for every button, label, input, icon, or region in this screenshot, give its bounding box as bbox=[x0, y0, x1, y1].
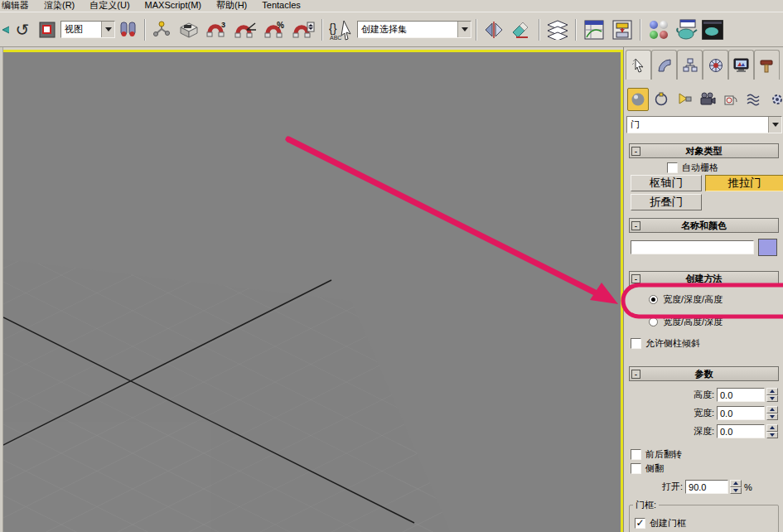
menu-help[interactable]: 帮助(H) bbox=[209, 0, 254, 12]
height-spinner[interactable] bbox=[766, 388, 778, 402]
undo-icon[interactable]: ↺ bbox=[11, 17, 34, 42]
select-manipulate-icon[interactable] bbox=[150, 17, 173, 42]
allow-tilt-row: 允许侧柱倾斜 bbox=[631, 337, 700, 350]
toolbar-clipped-icon[interactable] bbox=[1, 17, 9, 42]
radio-width-height-depth[interactable] bbox=[649, 317, 658, 326]
flip-front-back-label: 前后翻转 bbox=[645, 448, 682, 461]
schematic-view-icon[interactable] bbox=[609, 17, 636, 42]
category-spacewarps[interactable] bbox=[743, 88, 765, 111]
tab-modify[interactable] bbox=[651, 50, 677, 80]
open-field[interactable]: 90.0 bbox=[685, 480, 728, 494]
menu-maxscript[interactable]: MAXScript(M) bbox=[138, 0, 209, 12]
rollout-creation-method[interactable]: - 创建方法 bbox=[629, 271, 779, 286]
tab-create[interactable] bbox=[626, 50, 651, 80]
autogrid-label: 自动栅格 bbox=[682, 162, 718, 174]
collapse-icon[interactable]: - bbox=[631, 147, 640, 156]
create-door-frame-checkbox[interactable] bbox=[635, 518, 645, 529]
depth-spinner[interactable] bbox=[766, 424, 778, 438]
combo-dropdown-button[interactable] bbox=[768, 117, 781, 133]
main-toolbar: ↺ 视图 bbox=[0, 12, 783, 47]
autogrid-checkbox[interactable] bbox=[667, 162, 678, 173]
mirror-icon[interactable] bbox=[481, 17, 506, 42]
flip-front-back-row: 前后翻转 bbox=[631, 448, 682, 461]
sliding-door-button[interactable]: 推拉门 bbox=[705, 175, 783, 191]
collapse-icon[interactable]: - bbox=[631, 274, 640, 283]
region-select-icon[interactable] bbox=[36, 17, 59, 42]
category-cameras[interactable] bbox=[697, 88, 718, 111]
depth-field[interactable]: 0.0 bbox=[717, 424, 765, 438]
radio-width-depth-height[interactable] bbox=[649, 295, 658, 304]
rollout-title: 参数 bbox=[640, 368, 767, 380]
percent-snap-icon[interactable]: % bbox=[261, 17, 288, 42]
toolbar-separator bbox=[539, 19, 540, 41]
rollout-object-type[interactable]: - 对象类型 bbox=[629, 143, 779, 158]
keyboard-override-icon[interactable] bbox=[175, 17, 201, 42]
menu-customize[interactable]: 自定义(U) bbox=[82, 0, 137, 12]
width-spinner[interactable] bbox=[766, 406, 778, 420]
category-helpers[interactable] bbox=[720, 88, 742, 111]
tab-display[interactable] bbox=[728, 50, 754, 80]
category-systems[interactable] bbox=[766, 88, 783, 111]
named-selection-combo[interactable]: 创建选择集 bbox=[357, 21, 471, 38]
height-field[interactable]: 0.0 bbox=[717, 388, 765, 402]
flip-front-back-checkbox[interactable] bbox=[631, 449, 641, 460]
chevron-down-icon bbox=[105, 27, 112, 31]
reference-coordinate-combo[interactable]: 视图 bbox=[60, 21, 115, 38]
category-shapes[interactable] bbox=[650, 88, 672, 111]
toolbar-separator bbox=[321, 19, 323, 41]
door-frame-group-label: 门框: bbox=[633, 499, 659, 511]
flip-side-row: 侧翻 bbox=[631, 462, 664, 475]
allow-tilt-label: 允许侧柱倾斜 bbox=[645, 337, 700, 350]
tab-hierarchy[interactable] bbox=[677, 50, 703, 80]
category-geometry[interactable] bbox=[627, 88, 649, 111]
creation-method-option-2[interactable]: 宽度/高度/深度 bbox=[649, 316, 723, 328]
systems-gear-icon bbox=[770, 92, 783, 107]
align-icon[interactable] bbox=[508, 17, 534, 42]
creation-method-option-1[interactable]: 宽度/深度/高度 bbox=[649, 293, 723, 306]
object-category-dropdown[interactable]: 门 bbox=[626, 116, 782, 133]
layers-icon[interactable] bbox=[544, 17, 571, 42]
combo-dropdown-button[interactable] bbox=[457, 22, 471, 37]
angle-snap-icon[interactable] bbox=[231, 17, 259, 42]
cameras-icon bbox=[699, 92, 716, 107]
modify-icon bbox=[657, 58, 672, 73]
chevron-down-icon bbox=[772, 123, 779, 127]
width-field[interactable]: 0.0 bbox=[717, 406, 765, 420]
open-spinner[interactable] bbox=[730, 480, 742, 494]
use-center-icon[interactable] bbox=[117, 17, 140, 42]
named-selection-sets-icon[interactable]: {} ABC bbox=[327, 17, 355, 42]
combo-dropdown-button[interactable] bbox=[101, 22, 114, 37]
name-color-row bbox=[631, 239, 777, 256]
width-value: 0.0 bbox=[720, 409, 732, 418]
category-lights[interactable] bbox=[674, 88, 695, 111]
open-label: 打开: bbox=[662, 481, 683, 493]
snap-toggle-icon[interactable]: 3 bbox=[203, 17, 230, 42]
toolbar-separator bbox=[640, 19, 641, 41]
width-row: 宽度: 0.0 bbox=[624, 406, 778, 420]
rollout-name-color[interactable]: - 名称和颜色 bbox=[629, 218, 779, 233]
collapse-icon[interactable]: - bbox=[631, 370, 640, 379]
height-label: 高度: bbox=[694, 389, 714, 401]
material-editor-icon[interactable] bbox=[645, 17, 672, 42]
curve-editor-icon[interactable] bbox=[581, 17, 607, 42]
perspective-viewport[interactable] bbox=[3, 50, 623, 532]
menu-tentacles[interactable]: Tentacles bbox=[254, 0, 307, 12]
object-name-field[interactable] bbox=[631, 240, 754, 254]
menu-rendering[interactable]: 渲染(R) bbox=[36, 0, 82, 12]
spinner-snap-icon[interactable] bbox=[289, 17, 317, 42]
named-selection-value: 创建选择集 bbox=[358, 23, 457, 36]
allow-side-post-tilt-checkbox[interactable] bbox=[631, 338, 641, 349]
flip-side-checkbox[interactable] bbox=[631, 463, 641, 474]
render-setup-icon[interactable] bbox=[674, 17, 700, 42]
collapse-icon[interactable]: - bbox=[631, 221, 640, 230]
object-color-swatch[interactable] bbox=[758, 239, 777, 256]
pivot-door-button[interactable]: 枢轴门 bbox=[631, 175, 702, 191]
tab-motion[interactable] bbox=[703, 50, 728, 80]
rollout-parameters[interactable]: - 参数 bbox=[629, 366, 779, 381]
rendered-frame-icon[interactable] bbox=[702, 17, 723, 42]
tab-utilities[interactable] bbox=[754, 50, 780, 80]
menu-editor[interactable]: 编辑器 bbox=[0, 0, 36, 12]
max-window: { "menubar": { "items": ["编辑器", "渲染(R)",… bbox=[0, 0, 783, 532]
folding-door-button[interactable]: 折叠门 bbox=[631, 194, 702, 210]
viewport-grid-svg bbox=[3, 52, 621, 532]
